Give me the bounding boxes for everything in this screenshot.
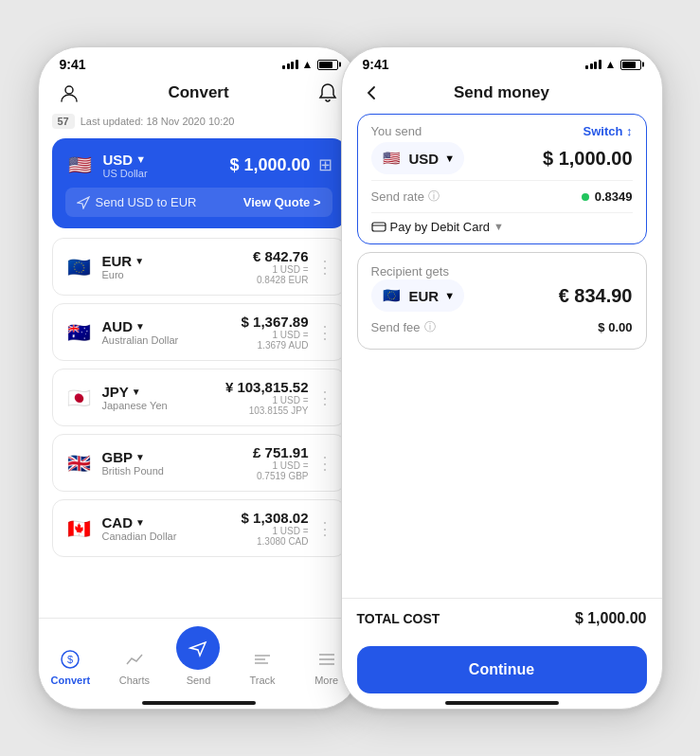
bottom-nav: $ Convert Charts Send	[39, 618, 359, 701]
sender-flag: 🇺🇸	[381, 147, 404, 170]
recipient-currency-selector[interactable]: 🇪🇺 EUR ▼	[371, 279, 465, 312]
calculator-icon[interactable]: ⊞	[318, 154, 332, 175]
usd-flag: 🇺🇸	[65, 150, 96, 180]
jpy-more-icon[interactable]: ⋮	[316, 387, 333, 408]
sender-currency-row: 🇺🇸 USD ▼ $ 1,000.00	[371, 142, 633, 174]
send-rate-label: Send rate ⓘ	[371, 189, 440, 205]
send-label: Send USD to EUR	[77, 195, 197, 209]
aud-code: AUD ▼	[102, 318, 179, 334]
send-fee-value: $ 0.00	[598, 320, 632, 334]
status-time-2: 9:41	[363, 57, 389, 72]
nav-track[interactable]: Track	[239, 647, 286, 686]
svg-text:$: $	[67, 654, 73, 665]
currency-item-jpy[interactable]: 🇯🇵 JPY ▼ Japanese Yen ¥ 103,815.52 1 USD…	[52, 369, 346, 426]
you-send-card: You send Switch ↕ 🇺🇸 USD ▼ $ 1,000.00 Se…	[357, 114, 647, 244]
cad-more-icon[interactable]: ⋮	[316, 518, 333, 539]
jpy-name: Japanese Yen	[102, 400, 168, 411]
battery-icon	[317, 60, 338, 70]
gbp-more-icon[interactable]: ⋮	[316, 453, 333, 474]
signal-icon	[282, 60, 298, 69]
main-currency-amount: $ 1,000.00	[229, 155, 310, 175]
send-quote-row[interactable]: Send USD to EUR View Quote >	[65, 188, 332, 217]
phone-convert: 9:41 ▲ Conv	[38, 46, 360, 710]
more-icon	[314, 647, 339, 672]
recipient-amount: € 834.90	[559, 285, 633, 307]
status-bar-1: 9:41 ▲	[39, 47, 359, 76]
wifi-icon: ▲	[302, 58, 314, 71]
nav-convert-label: Convert	[51, 675, 91, 686]
sender-currency-selector[interactable]: 🇺🇸 USD ▼	[371, 142, 465, 174]
app-header-send: Send money ×	[342, 76, 662, 114]
svg-point-0	[65, 86, 73, 94]
sender-chevron-icon: ▼	[444, 153, 455, 164]
jpy-code: JPY ▼	[102, 384, 168, 400]
gbp-code: GBP ▼	[102, 449, 164, 465]
pay-method-row[interactable]: Pay by Debit Card ▼	[371, 212, 633, 234]
nav-charts[interactable]: Charts	[111, 647, 158, 686]
sender-amount: $ 1,000.00	[543, 148, 633, 170]
send-fee-label: Send fee ⓘ	[371, 319, 436, 335]
main-currency-left: 🇺🇸 USD ▼ US Dollar	[65, 150, 148, 180]
view-quote-btn[interactable]: View Quote >	[243, 195, 321, 209]
main-currency-name: US Dollar	[103, 168, 148, 179]
eur-more-icon[interactable]: ⋮	[316, 257, 333, 278]
svg-rect-9	[372, 223, 386, 231]
card-icon	[371, 219, 386, 234]
charts-icon	[122, 647, 147, 672]
battery-icon-2	[620, 60, 641, 70]
currency-item-eur[interactable]: 🇪🇺 EUR ▼ Euro € 842.76 1 USD = 0.8428 EU…	[52, 238, 346, 296]
send-rate-row: Send rate ⓘ 0.8349	[371, 180, 633, 212]
bell-icon[interactable]	[314, 80, 341, 106]
aud-more-icon[interactable]: ⋮	[316, 322, 333, 343]
fee-info-icon: ⓘ	[424, 319, 436, 335]
aud-amount: $ 1,367.89	[242, 314, 309, 330]
eur-amount: € 842.76	[253, 248, 308, 264]
wifi-icon-2: ▲	[605, 58, 617, 71]
recipient-gets-card: Recipient gets 🇪🇺 EUR ▼ € 834.90 Send fe…	[357, 252, 647, 350]
send-icon-circle	[176, 626, 220, 670]
status-time-1: 9:41	[60, 57, 86, 72]
currency-list: 🇪🇺 EUR ▼ Euro € 842.76 1 USD = 0.8428 EU…	[52, 238, 346, 618]
nav-charts-label: Charts	[119, 675, 150, 686]
nav-track-label: Track	[250, 675, 276, 686]
signal-icon-2	[585, 60, 601, 69]
rate-info-icon: ⓘ	[428, 189, 440, 205]
currency-item-gbp[interactable]: 🇬🇧 GBP ▼ British Pound £ 751.91 1 USD = …	[52, 434, 346, 492]
main-currency-code[interactable]: USD ▼	[103, 152, 148, 168]
currency-item-aud[interactable]: 🇦🇺 AUD ▼ Australian Dollar $ 1,367.89 1 …	[52, 303, 346, 361]
total-cost-row: TOTAL COST $ 1,000.00	[342, 598, 662, 639]
update-badge: 57	[52, 114, 75, 129]
nav-more-label: More	[314, 675, 338, 686]
page-title-convert: Convert	[168, 83, 228, 102]
eur-name: Euro	[102, 269, 145, 280]
you-send-label: You send	[371, 124, 422, 138]
currency-item-cad[interactable]: 🇨🇦 CAD ▼ Canadian Dollar $ 1,308.02 1 US…	[52, 499, 346, 557]
recipient-chevron-icon: ▼	[444, 290, 455, 301]
send-rate-value: 0.8349	[582, 189, 633, 204]
nav-send[interactable]: Send	[174, 626, 222, 686]
status-bar-2: 9:41 ▲	[342, 47, 662, 76]
total-cost-value: $ 1,000.00	[575, 610, 647, 627]
gbp-amount: £ 751.91	[253, 444, 308, 460]
continue-button[interactable]: Continue	[357, 646, 647, 693]
switch-button[interactable]: Switch ↕	[583, 124, 632, 138]
sender-code: USD	[409, 151, 440, 167]
eur-code: EUR ▼	[102, 253, 145, 269]
eur-flag: 🇪🇺	[64, 252, 95, 282]
gbp-name: British Pound	[102, 465, 164, 477]
convert-content: 57 Last updated: 18 Nov 2020 10:20 🇺🇸 US…	[39, 114, 359, 618]
profile-icon[interactable]	[56, 80, 82, 106]
send-money-content: You send Switch ↕ 🇺🇸 USD ▼ $ 1,000.00 Se…	[342, 114, 662, 701]
nav-convert[interactable]: $ Convert	[46, 647, 94, 686]
last-updated-bar: 57 Last updated: 18 Nov 2020 10:20	[52, 114, 346, 129]
back-icon[interactable]	[359, 80, 386, 106]
page-title-send: Send money	[454, 83, 549, 102]
cad-code: CAD ▼	[102, 514, 177, 531]
cad-flag: 🇨🇦	[64, 513, 95, 544]
jpy-amount: ¥ 103,815.52	[225, 379, 309, 395]
aud-name: Australian Dollar	[102, 334, 179, 346]
rate-green-dot	[582, 193, 589, 201]
recipient-gets-label: Recipient gets	[371, 264, 449, 279]
cad-name: Canadian Dollar	[102, 531, 177, 542]
pay-method-chevron-icon: ▼	[494, 221, 504, 232]
